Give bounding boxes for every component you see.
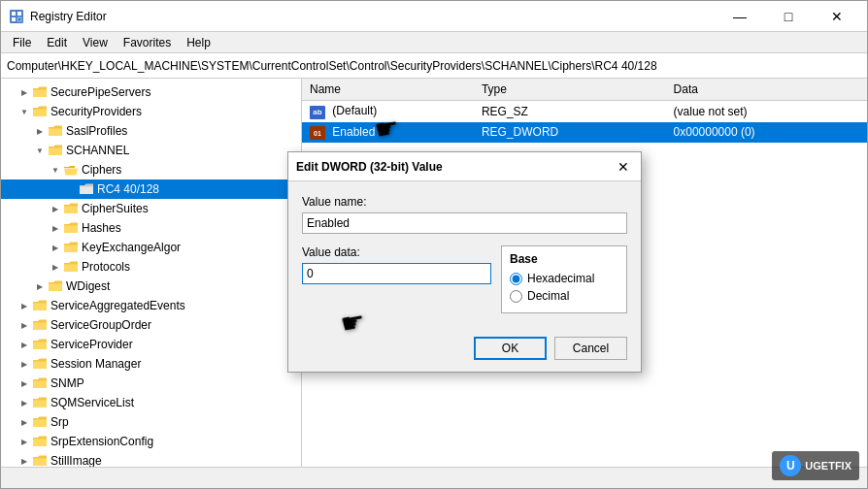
decimal-radio[interactable] [510,290,522,303]
folder-icon [48,278,63,294]
folder-icon [32,434,48,449]
tree-item-hashes[interactable]: ▶ Hashes [1,218,301,238]
tree-item-ciphersuites[interactable]: ▶ CipherSuites [1,199,301,218]
tree-item-snmp[interactable]: ▶ SNMP [1,374,301,393]
folder-icon [63,240,79,255]
tree-item-securepipeservers[interactable]: ▶ SecurePipeServers [1,82,301,102]
tree-label: SecurityProviders [50,105,142,118]
tree-item-saslprofiles[interactable]: ▶ SaslProfiles [1,121,301,141]
tree-item-serviceprovider[interactable]: ▶ ServiceProvider [1,335,301,354]
menu-edit[interactable]: Edit [39,34,75,51]
menu-view[interactable]: View [75,34,116,51]
tree-label: SrpExtensionConfig [50,435,153,448]
hexadecimal-radio[interactable] [510,273,522,285]
reg-name-default: ab (Default) [302,101,474,122]
svg-rect-2 [17,12,21,16]
svg-rect-1 [12,12,16,16]
value-name-label: Value name: [302,195,627,209]
base-area: Base Hexadecimal Decimal [501,245,627,313]
tree-arrow: ▶ [48,259,63,275]
tree-item-rc4[interactable]: RC4 40/128 [1,179,301,199]
folder-icon [32,84,48,100]
tree-item-sqmservicelist[interactable]: ▶ SQMServiceList [1,393,301,412]
tree-label: Hashes [82,221,121,235]
decimal-option[interactable]: Decimal [510,289,618,303]
tree-arrow: ▶ [48,220,63,236]
tree-label: SCHANNEL [66,144,129,157]
folder-icon [63,259,79,275]
tree-arrow: ▶ [17,356,32,372]
menu-favorites[interactable]: Favorites [116,34,179,51]
dialog-title-bar: Edit DWORD (32-bit) Value ✕ [288,152,641,181]
decimal-label: Decimal [527,289,569,303]
close-button[interactable]: ✕ [815,1,859,32]
menu-help[interactable]: Help [179,34,218,51]
tree-arrow: ▼ [17,104,32,119]
table-row[interactable]: ab (Default) REG_SZ (value not set) [302,101,867,122]
cancel-button[interactable]: Cancel [554,337,627,360]
tree-label: CipherSuites [82,202,149,215]
tree-arrow: ▶ [17,434,32,449]
table-row-enabled[interactable]: 01 Enabled REG_DWORD 0x00000000 (0) [302,122,867,144]
tree-label: Session Manager [50,357,141,371]
value-data-input[interactable] [302,263,491,284]
tree-label: ServiceProvider [50,338,133,351]
base-label: Base [510,252,618,266]
tree-arrow: ▶ [48,240,63,255]
value-data-label: Value data: [302,245,491,259]
window-controls: — □ ✕ [718,1,859,32]
reg-name-enabled: 01 Enabled [302,122,474,144]
folder-icon [32,375,48,391]
folder-icon [32,356,48,372]
tree-arrow: ▼ [32,143,48,158]
tree-item-wdigest[interactable]: ▶ WDigest [1,277,301,296]
value-name-input[interactable] [302,212,627,234]
tree-item-ciphers[interactable]: ▼ Ciphers [1,160,301,179]
tree-label: SaslProfiles [66,124,127,138]
window-title: Registry Editor [30,10,718,23]
hexadecimal-option[interactable]: Hexadecimal [510,272,618,285]
tree-pane: ▶ SecurePipeServers ▼ SecurityProviders … [1,79,302,467]
tree-item-srpextension[interactable]: ▶ SrpExtensionConfig [1,432,301,451]
svg-rect-4 [17,17,21,21]
tree-item-protocols[interactable]: ▶ Protocols [1,257,301,277]
dialog-title: Edit DWORD (32-bit) Value [296,160,443,174]
tree-arrow: ▶ [17,414,32,430]
tree-arrow: ▶ [17,395,32,410]
tree-item-serviceaggregated[interactable]: ▶ ServiceAggregatedEvents [1,296,301,315]
tree-label: Protocols [82,260,130,274]
tree-label: ServiceGroupOrder [50,318,151,332]
binary-icon: 01 [310,126,325,140]
tree-arrow: ▶ [32,278,48,294]
folder-icon [32,317,48,333]
col-name: Name [302,79,474,101]
folder-icon [32,298,48,313]
folder-icon [32,395,48,410]
tree-item-keyexchange[interactable]: ▶ KeyExchangeAlgor [1,238,301,257]
tree-arrow: ▶ [17,317,32,333]
maximize-button[interactable]: □ [766,1,811,32]
tree-label: SNMP [50,376,84,390]
tree-item-sessionmanager[interactable]: ▶ Session Manager [1,354,301,374]
folder-icon [32,337,48,352]
tree-item-securityproviders[interactable]: ▼ SecurityProviders [1,102,301,121]
value-data-area: Value data: [302,245,491,313]
tree-label: WDigest [66,279,110,293]
reg-data-default: (value not set) [666,101,867,122]
ok-button[interactable]: OK [474,337,547,360]
tree-item-servicegrouporder[interactable]: ▶ ServiceGroupOrder [1,315,301,335]
tree-item-schannel[interactable]: ▼ SCHANNEL [1,141,301,160]
tree-label: KeyExchangeAlgor [82,241,181,254]
dialog-close-button[interactable]: ✕ [614,157,633,177]
tree-label: StillImage [50,454,102,467]
tree-item-stillimage[interactable]: ▶ StillImage [1,451,301,467]
address-bar: Computer\HKEY_LOCAL_MACHINE\SYSTEM\Curre… [1,53,867,79]
tree-arrow: ▶ [17,453,32,467]
tree-item-srp[interactable]: ▶ Srp [1,412,301,432]
tree-arrow: ▶ [17,337,32,352]
col-data: Data [666,79,867,101]
menu-file[interactable]: File [5,34,39,51]
tree-arrow: ▶ [17,84,32,100]
tree-arrow: ▶ [32,123,48,139]
minimize-button[interactable]: — [718,1,762,32]
